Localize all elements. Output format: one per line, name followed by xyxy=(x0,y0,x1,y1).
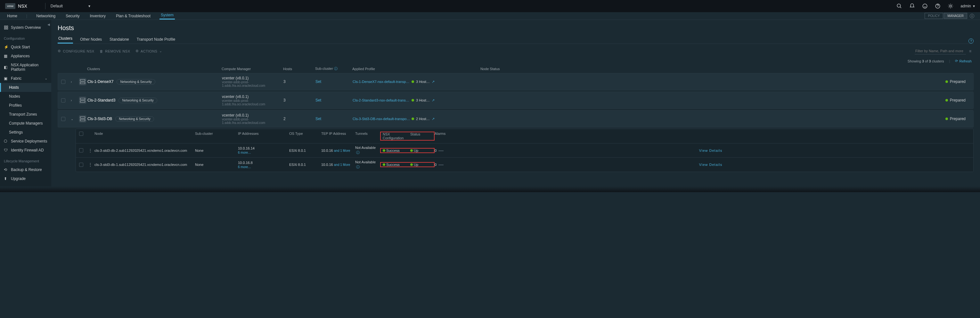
help-icon[interactable] xyxy=(935,3,940,9)
row-checkbox[interactable] xyxy=(61,80,65,84)
search-icon[interactable] xyxy=(896,3,902,9)
subtab-other[interactable]: Other Nodes xyxy=(80,35,102,43)
row-checkbox[interactable] xyxy=(79,163,83,167)
hosts-status: 2 Host…↗ xyxy=(412,117,481,121)
row-checkbox[interactable] xyxy=(61,117,65,121)
refresh-button[interactable]: ⟳Refresh xyxy=(955,59,972,63)
os-value: ESXi 8.0.1 xyxy=(289,163,321,167)
help-icon[interactable]: ? xyxy=(969,38,974,43)
external-link-icon[interactable]: ↗ xyxy=(432,98,434,102)
external-link-icon[interactable]: ↗ xyxy=(432,117,434,121)
sidebar-item-upgrade[interactable]: ⬆Upgrade xyxy=(0,174,51,183)
expand-toggle[interactable]: › xyxy=(71,80,72,84)
expand-toggle[interactable]: › xyxy=(71,99,72,102)
chevron-down-icon: ⌄ xyxy=(159,49,162,53)
row-checkbox[interactable] xyxy=(79,148,83,153)
tab-inventory[interactable]: Inventory xyxy=(89,14,107,19)
sidebar-item-label: Compute Managers xyxy=(9,121,43,126)
info-icon[interactable]: i xyxy=(970,14,974,18)
subcluster-value: None xyxy=(195,149,238,153)
info-icon[interactable]: ⓘ xyxy=(356,150,380,155)
cluster-icon xyxy=(79,78,86,85)
profile-link[interactable]: Cls-2-Standard3-nsx-default-transport-… xyxy=(353,98,410,102)
cluster-icon xyxy=(79,115,86,122)
subtab-tnp[interactable]: Transport Node Profile xyxy=(136,35,176,43)
view-details-link[interactable]: View Details xyxy=(699,149,722,153)
deploy-icon: ⎔ xyxy=(4,139,8,143)
tab-security[interactable]: Security xyxy=(64,14,81,19)
sidebar-item-sd[interactable]: ⎔Service Deployments xyxy=(0,137,51,146)
node-name: cls-3-std3-db-1.sub11292025421.vcndemo1.… xyxy=(94,163,195,167)
hosts-count: 3 xyxy=(283,98,315,102)
ip-more-link[interactable]: 6 more… xyxy=(238,151,289,154)
external-link-icon[interactable]: ↗ xyxy=(432,80,434,84)
inner-row: ⋮ cls-3-std3-db-2.sub11292025421.vcndemo… xyxy=(76,143,973,157)
tab-plan[interactable]: Plan & Troubleshoot xyxy=(115,14,152,19)
mode-policy[interactable]: POLICY xyxy=(924,13,943,19)
sidebar-item-nsxapp[interactable]: ◧NSX Application Platform xyxy=(0,60,51,74)
sidebar-item-hosts[interactable]: Hosts xyxy=(0,83,51,92)
svg-line-1 xyxy=(900,7,902,8)
filter-input[interactable] xyxy=(915,48,966,54)
actions-button[interactable]: ⚙ACTIONS⌄ xyxy=(135,49,162,53)
os-value: ESXi 8.0.1 xyxy=(289,149,321,153)
info-icon[interactable]: ⓘ xyxy=(356,165,380,169)
remove-nsx-button[interactable]: 🗑REMOVE NSX xyxy=(100,49,130,53)
cluster-name: Cls-3-Std3-DB xyxy=(88,116,112,121)
ip-more-link[interactable]: 6 more… xyxy=(238,165,289,169)
sidebar-item-appliances[interactable]: ▦Appliances xyxy=(0,52,51,60)
sidebar-item-nodes[interactable]: Nodes xyxy=(0,92,51,101)
view-details-link[interactable]: View Details xyxy=(699,163,722,167)
theme-icon[interactable] xyxy=(948,3,953,9)
sidebar-item-settings[interactable]: Settings xyxy=(0,128,51,137)
set-link[interactable]: Set xyxy=(315,116,321,121)
sidebar-item-cm[interactable]: Compute Managers xyxy=(0,119,51,128)
svg-rect-10 xyxy=(80,82,85,84)
sidebar-item-profiles[interactable]: Profiles xyxy=(0,101,51,110)
bell-icon[interactable] xyxy=(909,3,915,9)
tep-more-link[interactable]: and 1 More xyxy=(334,149,350,153)
refresh-icon: ⟳ xyxy=(955,59,958,63)
tab-system[interactable]: System xyxy=(159,13,175,19)
expand-toggle[interactable]: ⌄ xyxy=(71,117,73,121)
row-actions-icon[interactable]: ⋮ xyxy=(88,148,92,153)
set-link[interactable]: Set xyxy=(315,98,321,102)
sidebar-item-label: Upgrade xyxy=(11,176,25,181)
sidebar-item-tz[interactable]: Transport Zones xyxy=(0,110,51,119)
sidebar-item-quick[interactable]: ⚡Quick Start xyxy=(0,43,51,52)
profile-link[interactable]: Cls-1-DenseX7-nsx-default-transport-n… xyxy=(353,80,410,84)
status-dot-icon xyxy=(412,118,414,120)
subtab-standalone[interactable]: Standalone xyxy=(109,35,130,43)
row-checkbox[interactable] xyxy=(61,98,65,102)
row-actions-icon[interactable]: ⋮ xyxy=(88,162,92,167)
profile-link[interactable]: Cls-3-Std3-DB-nsx-default-transport-n… xyxy=(353,117,410,121)
topbar: vmw NSX Default ▾ admin ▾ xyxy=(0,0,980,12)
col-status: Status xyxy=(410,132,434,141)
configure-nsx-button[interactable]: ⚙CONFIGURE NSX xyxy=(58,49,94,53)
sidebar-item-label: Settings xyxy=(9,130,23,135)
sidebar-item-backup[interactable]: ⟲Backup & Restore xyxy=(0,165,51,174)
select-all-checkbox[interactable] xyxy=(79,132,83,136)
set-link[interactable]: Set xyxy=(315,80,321,84)
feedback-icon[interactable] xyxy=(922,3,928,9)
cluster-name: Cls-1-DenseX7 xyxy=(88,80,113,84)
col-os: OS Type xyxy=(289,132,321,141)
filter-icon[interactable]: ≡ xyxy=(969,49,974,54)
tab-home[interactable]: Home xyxy=(6,14,19,19)
environment-select[interactable]: Default ▾ xyxy=(51,4,90,8)
tep-more-link[interactable]: and 1 More xyxy=(334,163,350,167)
sidebar-item-idfw[interactable]: 🛡Identity Firewall AD xyxy=(0,146,51,155)
sidebar-item-label: Fabric xyxy=(11,76,21,81)
tab-networking[interactable]: Networking xyxy=(35,14,57,19)
status-dot-icon xyxy=(410,163,413,166)
sidebar-item-overview[interactable]: System Overview xyxy=(0,23,51,32)
sidebar-item-fabric[interactable]: ▣Fabric⌄ xyxy=(0,74,51,83)
sidebar-item-label: Identity Firewall AD xyxy=(11,148,44,153)
collapse-sidebar-icon[interactable]: ◀ xyxy=(46,22,51,27)
tunnel-value: Not Available xyxy=(355,146,380,149)
user-menu[interactable]: admin ▾ xyxy=(961,4,975,8)
info-icon[interactable]: ⓘ xyxy=(334,67,337,70)
mode-manager[interactable]: MANAGER xyxy=(944,13,967,19)
subtab-clusters[interactable]: Clusters xyxy=(58,34,73,43)
svg-point-0 xyxy=(897,4,901,7)
